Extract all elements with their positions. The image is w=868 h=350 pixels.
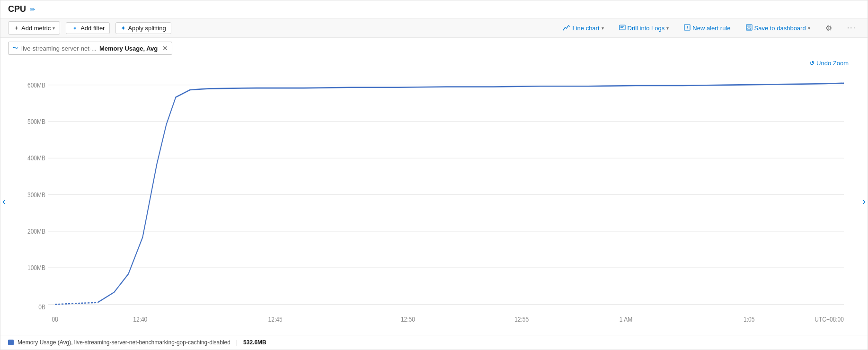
chart-wrapper: ‹ › 600MB 500MB 400MB 300MB 200MB 1 (0, 67, 868, 335)
metric-tag: 〜 live-streaming-server-net-... Memory U… (8, 42, 172, 55)
svg-text:UTC+08:00: UTC+08:00 (815, 315, 844, 323)
chart-nav-right-button[interactable]: › (862, 195, 866, 206)
logs-icon (619, 24, 626, 32)
svg-text:600MB: 600MB (27, 80, 45, 89)
main-container: CPU ✏ ＋ Add metric ▾ 🔹 Add filter ✦ Appl… (0, 0, 868, 350)
legend-color-swatch (8, 340, 14, 345)
drill-into-logs-label: Drill into Logs (628, 25, 665, 32)
svg-text:0B: 0B (38, 302, 45, 311)
undo-icon: ↺ (809, 60, 815, 67)
metric-tag-close-button[interactable]: ✕ (162, 44, 168, 52)
svg-text:12:55: 12:55 (514, 315, 529, 323)
add-metric-chevron-icon: ▾ (53, 26, 55, 31)
page-title: CPU (8, 4, 26, 14)
svg-text:08: 08 (52, 315, 58, 323)
chart-nav-left-button[interactable]: ‹ (2, 195, 6, 206)
legend-bar: Memory Usage (Avg), live-streaming-serve… (0, 335, 868, 350)
new-alert-rule-label: New alert rule (692, 25, 730, 32)
new-alert-rule-button[interactable]: New alert rule (680, 22, 734, 34)
svg-line-32 (81, 303, 97, 303)
chart-svg: 600MB 500MB 400MB 300MB 200MB 100MB 0B 0… (19, 67, 849, 335)
apply-splitting-label: Apply splitting (128, 25, 166, 32)
svg-rect-8 (748, 28, 751, 30)
alert-icon (684, 24, 691, 32)
toolbar-right: Line chart ▾ Drill into Logs ▾ New alert… (559, 22, 860, 35)
line-chart-icon (563, 24, 570, 33)
line-chart-label: Line chart (572, 25, 599, 32)
line-chart-button[interactable]: Line chart ▾ (559, 22, 607, 35)
svg-text:12:40: 12:40 (133, 315, 147, 323)
save-to-dashboard-label: Save to dashboard (754, 25, 806, 32)
svg-point-5 (687, 28, 688, 29)
legend-separator: | (236, 339, 238, 346)
save-to-dashboard-button[interactable]: Save to dashboard ▾ (742, 22, 814, 34)
more-icon: ··· (847, 24, 856, 32)
add-filter-label: Add filter (80, 25, 105, 32)
save-icon (746, 24, 753, 32)
toolbar: ＋ Add metric ▾ 🔹 Add filter ✦ Apply spli… (0, 18, 868, 38)
save-chevron-icon: ▾ (808, 26, 810, 31)
undo-zoom-button[interactable]: ↺ Undo Zoom (809, 60, 849, 67)
undo-zoom-area: ↺ Undo Zoom (0, 59, 868, 67)
filter-icon: 🔹 (71, 25, 79, 32)
split-icon: ✦ (121, 25, 126, 32)
undo-zoom-label: Undo Zoom (816, 60, 849, 67)
more-options-button[interactable]: ··· (843, 22, 860, 34)
add-metric-label: Add metric (21, 25, 51, 32)
title-bar: CPU ✏ (0, 0, 868, 18)
settings-button[interactable]: ⚙ (822, 22, 836, 35)
legend-label: Memory Usage (Avg), live-streaming-serve… (18, 339, 230, 346)
svg-text:300MB: 300MB (27, 190, 45, 199)
chart-container: 600MB 500MB 400MB 300MB 200MB 100MB 0B 0… (19, 67, 849, 335)
svg-text:12:50: 12:50 (401, 315, 415, 323)
toolbar-left: ＋ Add metric ▾ 🔹 Add filter ✦ Apply spli… (8, 21, 559, 35)
svg-text:1 AM: 1 AM (620, 315, 632, 323)
svg-text:400MB: 400MB (27, 154, 45, 162)
line-chart-chevron-icon: ▾ (602, 26, 604, 31)
edit-icon[interactable]: ✏ (30, 6, 35, 13)
metric-tag-value: Memory Usage, Avg (99, 45, 158, 52)
svg-rect-7 (747, 25, 751, 27)
plus-icon: ＋ (13, 24, 19, 32)
metric-tag-icon: 〜 (12, 44, 18, 52)
settings-icon: ⚙ (825, 24, 832, 32)
svg-text:500MB: 500MB (27, 117, 45, 126)
add-filter-button[interactable]: 🔹 Add filter (66, 22, 110, 34)
add-metric-button[interactable]: ＋ Add metric ▾ (8, 21, 60, 35)
legend-value: 532.6MB (243, 339, 266, 346)
svg-text:100MB: 100MB (27, 263, 45, 272)
apply-splitting-button[interactable]: ✦ Apply splitting (115, 22, 171, 34)
svg-text:12:45: 12:45 (268, 315, 283, 323)
metric-tag-name: live-streaming-server-net-... (21, 45, 97, 52)
svg-text:1:05: 1:05 (744, 315, 755, 323)
drill-logs-chevron-icon: ▾ (666, 26, 669, 31)
metric-bar: 〜 live-streaming-server-net-... Memory U… (0, 38, 868, 59)
drill-into-logs-button[interactable]: Drill into Logs ▾ (615, 22, 673, 34)
svg-text:200MB: 200MB (27, 227, 45, 236)
